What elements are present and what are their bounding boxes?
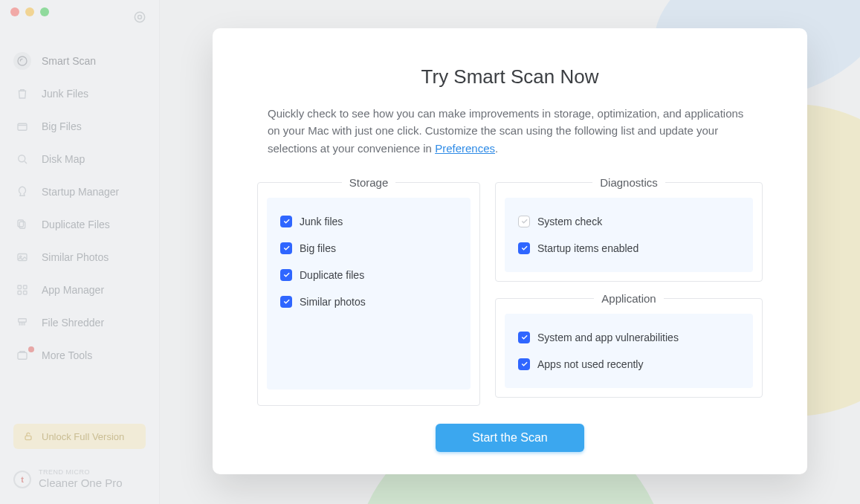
check-system-check[interactable]: System check (515, 208, 743, 235)
check-big-files[interactable]: Big files (277, 235, 460, 262)
group-storage: Storage Junk files Big files Duplicate f… (257, 176, 480, 406)
check-duplicate-files[interactable]: Duplicate files (277, 262, 460, 288)
checkbox-icon (280, 216, 292, 227)
check-label: Apps not used recently (537, 358, 643, 370)
check-junk-files[interactable]: Junk files (277, 208, 460, 235)
check-similar-photos[interactable]: Similar photos (277, 288, 460, 315)
check-label: Duplicate files (300, 269, 364, 281)
check-apps-unused[interactable]: Apps not used recently (515, 351, 743, 378)
modal-desc-suffix: . (495, 142, 498, 155)
check-vulnerabilities[interactable]: System and app vulnerabilities (515, 324, 743, 351)
check-startup-items[interactable]: Startup items enabled (515, 235, 743, 262)
group-storage-legend: Storage (342, 176, 396, 189)
group-diagnostics: Diagnostics System check Startup items e… (495, 176, 763, 282)
check-label: Big files (300, 242, 336, 254)
group-application-legend: Application (594, 292, 663, 305)
preferences-link[interactable]: Preferences (435, 142, 495, 155)
check-label: Similar photos (300, 296, 366, 308)
group-application: Application System and app vulnerabiliti… (495, 292, 763, 398)
checkbox-icon (518, 242, 530, 254)
modal-title: Try Smart Scan Now (257, 65, 763, 88)
checkbox-icon (280, 242, 292, 254)
checkbox-icon (518, 332, 530, 343)
check-label: Junk files (300, 216, 343, 227)
scan-groups: Storage Junk files Big files Duplicate f… (257, 176, 763, 406)
checkbox-icon (518, 358, 530, 370)
smart-scan-modal: Try Smart Scan Now Quickly check to see … (213, 28, 807, 474)
check-label: System check (537, 216, 602, 227)
check-label: Startup items enabled (537, 242, 638, 254)
checkbox-icon (280, 296, 292, 308)
check-label: System and app vulnerabilities (537, 332, 679, 343)
checkbox-icon (280, 269, 292, 281)
start-scan-button[interactable]: Start the Scan (436, 424, 584, 452)
modal-description: Quickly check to see how you can make im… (268, 105, 752, 157)
checkbox-icon (518, 216, 530, 227)
group-diagnostics-legend: Diagnostics (592, 176, 665, 189)
modal-desc-text: Quickly check to see how you can make im… (268, 107, 743, 155)
